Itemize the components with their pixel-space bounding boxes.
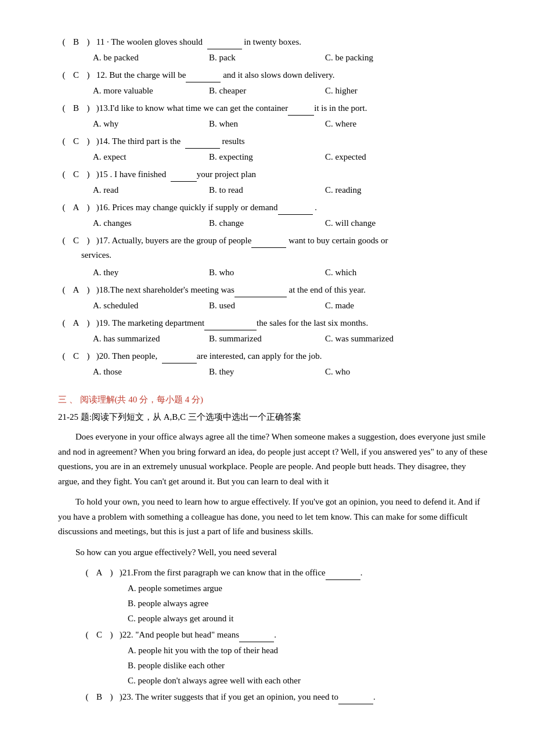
- q13-text2: it is in the port.: [314, 101, 367, 115]
- q13-bracket-open: (: [58, 101, 70, 115]
- rq22-bracket-open: (: [81, 628, 93, 642]
- q18-answer: A: [70, 283, 82, 297]
- section3-subheader: 21-25 题:阅读下列短文，从 A,B,C 三个选项中选出一个正确答案: [58, 410, 488, 424]
- q19-blank: [204, 316, 257, 330]
- q20-text2: are interested, can apply for the job.: [197, 349, 322, 363]
- q19-label: )19. The marketing department: [96, 316, 204, 330]
- q19-options: A. has summarized B. summarized C. was s…: [93, 332, 488, 345]
- question-12: ( C ) 12. But the charge will be and it …: [58, 68, 488, 98]
- q14-label: )14. The third part is the: [96, 134, 185, 148]
- q16-option-a: A. changes: [93, 216, 174, 230]
- q12-option-a: A. more valuable: [93, 84, 174, 98]
- q20-option-a: A. those: [93, 365, 174, 379]
- q17-option-b: B. who: [209, 265, 290, 279]
- q11-options: A. be packed B. pack C. be packing: [93, 51, 488, 64]
- q13-options: A. why B. when C. where: [93, 117, 488, 131]
- rq22-blank: [239, 628, 274, 642]
- q17-answer: C: [70, 233, 82, 247]
- rq21-text2: .: [360, 566, 363, 579]
- q17-text2: want to buy certain goods or: [286, 233, 388, 247]
- q17-blank: [251, 233, 286, 248]
- q14-option-c: C. expected: [325, 150, 406, 164]
- q14-option-b: B. expecting: [209, 150, 290, 164]
- q20-option-b: B. they: [209, 365, 290, 379]
- rq22-option-a: A. people hit you with the top of their …: [128, 643, 488, 657]
- question-17: ( C ) )17. Actually, buyers are the grou…: [58, 233, 488, 279]
- rq21-option-c: C. people always get around it: [128, 611, 488, 625]
- q19-option-b: B. summarized: [209, 332, 290, 345]
- q11-option-b: B. pack: [209, 51, 290, 64]
- q13-bracket-close: ): [82, 101, 94, 115]
- q16-text2: .: [313, 200, 317, 214]
- q12-option-c: C. higher: [325, 84, 406, 98]
- question-18: ( A ) )18.The next shareholder's meeting…: [58, 283, 488, 312]
- q15-answer: C: [70, 167, 82, 181]
- q20-blank: [162, 349, 197, 363]
- q13-answer: B: [70, 101, 82, 115]
- rq23-blank: [338, 690, 373, 704]
- q16-options: A. changes B. change C. will change: [93, 216, 488, 230]
- q18-label: )18.The next shareholder's meeting was: [96, 283, 234, 297]
- q11-option-c: C. be packing: [325, 51, 406, 64]
- rq23-text2: .: [373, 690, 376, 704]
- reading-question-22: ( C ) )22. "And people but head" means .…: [81, 628, 488, 687]
- q11-bracket-open: (: [58, 35, 70, 49]
- rq22-option-b: B. people dislike each other: [128, 658, 488, 672]
- q17-options: A. they B. who C. which: [93, 265, 488, 279]
- q11-bracket-close: ): [82, 35, 94, 49]
- rq21-option-b: B. people always agree: [128, 596, 488, 610]
- rq22-text2: .: [274, 628, 276, 642]
- q17-option-c: C. which: [325, 265, 406, 279]
- q20-bracket-close: ): [82, 349, 94, 363]
- q12-answer: C: [70, 68, 82, 82]
- q15-blank: [171, 167, 197, 182]
- rq22-bracket-close: ): [106, 628, 117, 642]
- q19-bracket-close: ): [82, 316, 94, 330]
- rq21-bracket-close: ): [106, 566, 117, 579]
- q14-options: A. expect B. expecting C. expected: [93, 150, 488, 164]
- rq22-label: )22. "And people but head" means: [120, 628, 239, 642]
- q11-label: · The woolen gloves should: [104, 35, 207, 49]
- reading-question-23: ( B ) )23. The writer suggests that if y…: [81, 690, 488, 704]
- q18-bracket-open: (: [58, 283, 70, 297]
- questions-section: ( B ) 11 · The woolen gloves should in t…: [58, 35, 488, 379]
- q20-label: )20. Then people,: [96, 349, 162, 363]
- q16-answer: A: [70, 200, 82, 214]
- q14-bracket-close: ): [82, 134, 94, 148]
- q12-bracket-open: (: [58, 68, 70, 82]
- q19-option-a: A. has summarized: [93, 332, 174, 345]
- q15-option-a: A. read: [93, 183, 174, 197]
- q16-label: )16. Prices may change quickly if supply…: [96, 200, 278, 214]
- question-15: ( C ) )15 . I have finished your project…: [58, 167, 488, 197]
- question-14: ( C ) )14. The third part is the results…: [58, 134, 488, 164]
- q17-bracket-open: (: [58, 233, 70, 247]
- q15-bracket-close: ): [82, 167, 94, 181]
- q15-options: A. read B. to read C. reading: [93, 183, 488, 197]
- rq21-label: )21.From the first paragraph we can know…: [120, 566, 326, 579]
- rq21-blank: [326, 566, 360, 580]
- q14-text2: results: [220, 134, 245, 148]
- q15-text2: your project plan: [197, 167, 256, 181]
- q11-text2: in twenty boxes.: [242, 35, 302, 49]
- section3: 三 、 阅读理解(共 40 分，每小题 4 分) 21-25 题:阅读下列短文，…: [58, 393, 488, 704]
- q17-bracket-close: ): [82, 233, 94, 247]
- rq22-answer: C: [93, 628, 106, 642]
- q15-bracket-open: (: [58, 167, 70, 181]
- q20-option-c: C. who: [325, 365, 406, 379]
- q15-option-b: B. to read: [209, 183, 290, 197]
- q12-bracket-close: ): [82, 68, 94, 82]
- q18-option-b: B. used: [209, 298, 290, 312]
- q19-bracket-open: (: [58, 316, 70, 330]
- q17-option-a: A. they: [93, 265, 174, 279]
- q11-option-a: A. be packed: [93, 51, 174, 64]
- question-11: ( B ) 11 · The woolen gloves should in t…: [58, 35, 488, 64]
- q17-services: services.: [81, 248, 488, 262]
- section3-header: 三 、 阅读理解(共 40 分，每小题 4 分): [58, 393, 488, 406]
- rq23-answer: B: [93, 690, 106, 704]
- q16-bracket-close: ): [82, 200, 94, 214]
- passage-p3: So how can you argue effectively? Well, …: [58, 545, 488, 560]
- question-20: ( C ) )20. Then people, are interested, …: [58, 349, 488, 379]
- q18-option-c: C. made: [325, 298, 406, 312]
- q15-option-c: C. reading: [325, 183, 406, 197]
- rq21-bracket-open: (: [81, 566, 93, 579]
